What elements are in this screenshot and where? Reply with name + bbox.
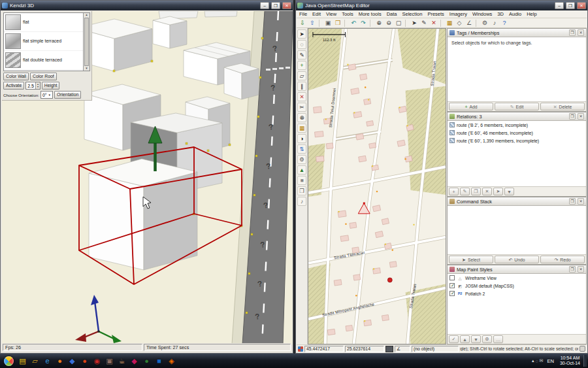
scroll-thumb[interactable]	[84, 18, 89, 66]
menu-item[interactable]: 3D	[495, 10, 506, 18]
toolbar-icon[interactable]	[440, 20, 443, 27]
command-panel-button[interactable]: ➤ Select	[449, 256, 493, 263]
maximize-icon[interactable]: ❒	[271, 2, 280, 9]
map-canvas[interactable]: 112.3 ft Strada Teiul Doamnei Strada Tra…	[308, 29, 446, 344]
josm-titlebar[interactable]: Java OpenStreetMap Editor – ❒ ✕	[296, 1, 587, 10]
mode-icon[interactable]: ▲	[297, 165, 306, 175]
start-button[interactable]	[1, 354, 16, 368]
close-icon[interactable]: ✕	[282, 2, 291, 9]
tags-panel-button[interactable]: ✕ Delete	[540, 103, 585, 110]
height-button[interactable]: Height	[42, 82, 60, 90]
toolbar-icon[interactable]	[319, 20, 321, 27]
menu-item[interactable]: Help	[524, 10, 539, 18]
taskbar-app-icon[interactable]: ■	[153, 355, 165, 367]
mode-icon[interactable]: ⚙	[297, 155, 306, 164]
relations-tool-button[interactable]: ▼	[504, 188, 514, 195]
taskbar-app-icon[interactable]: ▣	[103, 355, 116, 367]
roof-style-item[interactable]: flat simple terraced	[4, 32, 83, 51]
paint-style-checkbox[interactable]	[449, 275, 455, 280]
relation-item[interactable]: route ('B 2', 6 members, incomplete)	[448, 121, 586, 129]
roof-list-scrollbar[interactable]: ▲ ▼	[83, 13, 90, 71]
menu-item[interactable]: View	[323, 10, 339, 18]
mode-icon[interactable]: ◑	[297, 134, 306, 143]
panel-stick-icon[interactable]: ❐	[569, 29, 576, 36]
tray-icon[interactable]: ◌	[535, 359, 538, 363]
paint-style-item[interactable]: P2 Potlatch 2	[448, 290, 586, 297]
command-panel-header[interactable]: Command Stack ❐ ✕	[448, 197, 586, 206]
paint-style-checkbox[interactable]	[449, 291, 455, 296]
orientation-button[interactable]: Orientation	[54, 91, 81, 99]
tray-icon[interactable]: ▴	[532, 358, 534, 363]
relations-tool-button[interactable]: ❐	[471, 188, 481, 195]
mode-icon[interactable]: ✂	[297, 103, 306, 112]
toolbar-icon[interactable]: ∠	[465, 19, 474, 27]
toolbar-icon[interactable]: ▢	[394, 19, 403, 27]
paint-panel-header[interactable]: Map Paint Styles ❐ ✕	[448, 265, 586, 274]
toolbar-icon[interactable]	[370, 20, 372, 27]
paint-style-checkbox[interactable]	[449, 283, 455, 288]
activate-button[interactable]: Activate	[3, 82, 24, 90]
color-roof-button[interactable]: Color Roof	[30, 73, 57, 80]
toolbar-icon[interactable]: ♪	[490, 19, 499, 27]
toolbar-icon[interactable]: ⊖	[384, 19, 393, 27]
clock[interactable]: 10:54 AM 30-Oct-14	[560, 356, 580, 367]
menu-item[interactable]: Presets	[425, 10, 446, 18]
mode-icon[interactable]: ⊕	[297, 113, 306, 122]
toolbar-icon[interactable]	[405, 20, 408, 27]
mode-icon[interactable]: ■	[297, 176, 306, 185]
mode-icon[interactable]: ❒	[297, 186, 306, 195]
show-desktop-button[interactable]	[583, 355, 587, 367]
taskbar-app-icon[interactable]: e	[41, 355, 54, 367]
relations-tool-button[interactable]: ✎	[460, 188, 470, 195]
toolbar-icon[interactable]: ❒	[333, 19, 342, 27]
taskbar-app-icon[interactable]: ☕	[116, 355, 128, 367]
taskbar-app-icon[interactable]: ●	[140, 355, 153, 367]
toolbar-icon[interactable]	[344, 20, 347, 27]
relation-item[interactable]: route ('E 60', 46 members, incomplete)	[448, 129, 586, 137]
paint-tool-button[interactable]: ▲	[460, 335, 470, 343]
maximize-icon[interactable]: ❒	[566, 2, 575, 9]
mode-icon[interactable]: +	[297, 61, 306, 70]
toolbar-icon[interactable]: ↶	[349, 19, 358, 27]
menu-item[interactable]: Edit	[310, 10, 323, 18]
toolbar-icon[interactable]: ▦	[445, 19, 454, 27]
taskbar-app-icon[interactable]: ▤	[16, 355, 29, 367]
menu-item[interactable]: Audio	[506, 10, 524, 18]
relations-tool-button[interactable]: ✕	[482, 188, 492, 195]
close-icon[interactable]: ✕	[577, 2, 586, 9]
selected-node[interactable]	[363, 203, 365, 205]
toolbar-icon[interactable]: ⊕	[374, 19, 384, 27]
command-panel-button[interactable]: ↷ Redo	[540, 256, 585, 263]
toolbar-icon[interactable]: ✕	[429, 19, 438, 27]
command-panel-button[interactable]: ↶ Undo	[495, 256, 539, 263]
orientation-select[interactable]: 0° ▼	[41, 91, 53, 99]
relation-item[interactable]: route ('E 60', 1,390 members, incomplete…	[448, 137, 586, 144]
tags-panel-button[interactable]: ✎ Edit	[495, 103, 539, 110]
toolbar-icon[interactable]: ➤	[410, 19, 419, 27]
paint-style-item[interactable]: ◩ JOSM default (MapCSS)	[448, 282, 586, 290]
roof-style-item[interactable]: flat	[4, 13, 83, 32]
relations-tool-button[interactable]: ➤	[493, 188, 503, 195]
paint-tool-button[interactable]: ✓	[449, 335, 459, 343]
mode-icon[interactable]: ∥	[297, 82, 306, 91]
taskbar-app-icon[interactable]: ◈	[165, 355, 178, 367]
toolbar-icon[interactable]: ?	[500, 19, 509, 27]
spinner-down-icon[interactable]: ▼	[37, 86, 39, 88]
scroll-up-icon[interactable]: ▲	[85, 13, 88, 17]
tray-icon[interactable]: ✉	[540, 358, 544, 363]
mode-icon[interactable]: ✕	[297, 92, 306, 101]
toolbar-icon[interactable]: ⇩	[298, 19, 307, 27]
taskbar-app-icon[interactable]: ▱	[29, 355, 41, 367]
taskbar-app-icon[interactable]: ◉	[91, 355, 103, 367]
background-task-icon[interactable]	[385, 346, 393, 352]
minimize-icon[interactable]: –	[555, 2, 564, 9]
panel-stick-icon[interactable]: ❐	[569, 266, 576, 273]
mode-icon[interactable]: ◌	[297, 40, 306, 49]
toolbar-icon[interactable]	[476, 20, 478, 27]
height-spinner[interactable]: 2.5 ▲ ▼	[25, 82, 41, 90]
panel-close-icon[interactable]: ✕	[578, 113, 584, 120]
scroll-down-icon[interactable]: ▼	[85, 67, 88, 71]
panel-stick-icon[interactable]: ❐	[569, 198, 576, 205]
toolbar-icon[interactable]: ✎	[419, 19, 429, 27]
toolbar-icon[interactable]: ⚙	[480, 19, 489, 27]
